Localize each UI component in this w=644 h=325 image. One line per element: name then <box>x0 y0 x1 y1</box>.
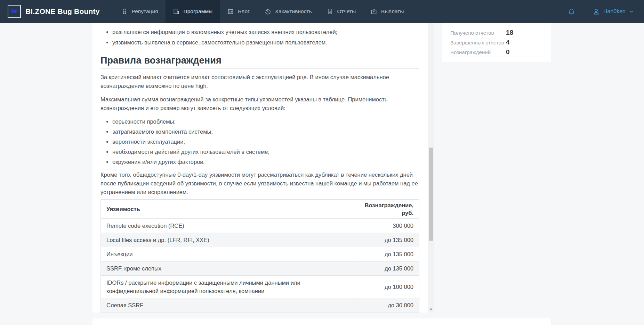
stat-reports-received: Получено отчетов 18 <box>450 28 543 38</box>
person-icon <box>592 8 600 16</box>
list-item: необходимости действий других пользовате… <box>112 148 419 156</box>
exclusions-list: разглашается информация о взломанных уче… <box>112 28 419 47</box>
stat-value: 0 <box>506 48 510 56</box>
table-row: Local files access и др. (LFR, RFI, XXE)… <box>101 233 419 247</box>
column-header-reward: Вознаграждение, руб. <box>354 200 419 219</box>
scroll-down-button[interactable]: ▼ <box>428 307 434 312</box>
list-item: окружения и/или других факторов. <box>112 158 419 166</box>
nav-item-blog[interactable]: Блог <box>220 0 257 23</box>
briefcase-icon <box>370 8 377 15</box>
nav-item-hacktivity[interactable]: Хакактивность <box>257 0 319 23</box>
notifications-button[interactable] <box>559 8 584 16</box>
table-row: SSRF, кроме слепых до 135 000 <box>101 261 419 276</box>
vulnerability-cell: Инъекции <box>101 247 354 261</box>
table-row: Слепая SSRF до 30 000 <box>101 298 419 312</box>
section-title: Правила вознаграждения <box>100 55 419 66</box>
program-stats-panel: Получено отчетов 18 Завершенных отчетов … <box>442 23 551 62</box>
page: BI.ZONE Bug Bounty Репутация <box>0 0 644 325</box>
list-item: вероятности эксплуатации; <box>112 138 419 146</box>
nav-item-label: Репутация <box>132 8 158 15</box>
nav-right: Han0ken <box>559 0 644 23</box>
reward-cell: до 30 000 <box>354 298 419 312</box>
stat-value: 4 <box>506 39 510 46</box>
paragraph-critical-impact: За критический импакт считается импакт с… <box>100 73 419 90</box>
brand-title: BI.ZONE Bug Bounty <box>25 7 100 16</box>
list-item: разглашается информация о взломанных уче… <box>112 28 419 36</box>
program-description-panel: разглашается информация о взломанных уче… <box>92 23 434 312</box>
vulnerability-cell: IDORs / раскрытие информации с защищенны… <box>101 276 354 298</box>
vulnerability-cell: SSRF, кроме слепых <box>101 261 354 276</box>
nav-item-label: Отчеты <box>337 8 356 15</box>
stat-label: Вознаграждений <box>450 49 491 55</box>
table-row: Инъекции до 135 000 <box>101 247 419 261</box>
reward-cell: до 135 000 <box>354 233 419 247</box>
main-nav: Репутация Программы <box>114 0 411 23</box>
nav-item-label: Блог <box>238 8 250 15</box>
paragraph-max-reward: Максимальная сумма вознаграждений за кон… <box>100 95 419 112</box>
column-header-vulnerability: Уязвимость <box>101 200 354 219</box>
top-navbar: BI.ZONE Bug Bounty Репутация <box>0 0 644 23</box>
news-icon <box>227 8 234 15</box>
next-section-card <box>92 318 551 325</box>
history-icon <box>264 8 271 15</box>
stat-reports-completed: Завершенных отчетов 4 <box>450 38 543 47</box>
rewards-table: Уязвимость Вознаграждение, руб. Remote c… <box>100 199 419 312</box>
vulnerability-cell: Local files access и др. (LFR, RFI, XXE) <box>101 233 354 247</box>
bug-icon <box>10 8 18 15</box>
chevron-down-icon <box>629 9 634 14</box>
section-divider <box>100 68 419 69</box>
vulnerability-cell: Remote code execution (RCE) <box>101 219 354 233</box>
table-row: Remote code execution (RCE) 300 000 <box>101 219 419 233</box>
stat-rewards: Вознаграждений 0 <box>450 47 543 57</box>
reward-cell: до 100 000 <box>354 276 419 298</box>
nav-item-reputation[interactable]: Репутация <box>114 0 166 23</box>
table-row: IDORs / раскрытие информации с защищенны… <box>101 276 419 298</box>
nav-item-label: Программы <box>184 8 213 15</box>
stat-label: Завершенных отчетов <box>450 40 504 45</box>
nav-item-payments[interactable]: Выплаты <box>363 0 411 23</box>
username: Han0ken <box>603 8 626 15</box>
vulnerability-cell: Слепая SSRF <box>101 298 354 312</box>
stat-value: 18 <box>506 29 513 36</box>
stat-label: Получено отчетов <box>450 30 494 36</box>
description-scrollbar[interactable]: ▼ <box>428 23 434 312</box>
bell-icon <box>567 8 575 16</box>
paragraph-zero-day: Кроме того, общедоступные 0-day/1-day уя… <box>100 170 419 197</box>
scrollbar-thumb[interactable] <box>429 148 433 241</box>
list-item: уязвимость выявлена в сервисе, самостоят… <box>112 38 419 47</box>
reward-cell: 300 000 <box>354 219 419 233</box>
nav-item-label: Хакактивность <box>275 8 312 15</box>
list-item: серьезности проблемы; <box>112 117 419 126</box>
reward-cell: до 135 000 <box>354 247 419 261</box>
building-icon <box>173 8 180 15</box>
table-header-row: Уязвимость Вознаграждение, руб. <box>101 200 419 219</box>
nav-item-label: Выплаты <box>381 8 404 15</box>
conditions-list: серьезности проблемы; затрагиваемого ком… <box>112 117 419 166</box>
nav-item-reports[interactable]: Отчеты <box>319 0 363 23</box>
bizone-logo <box>8 5 21 18</box>
medal-icon <box>121 8 128 15</box>
list-item: затрагиваемого компонента системы; <box>112 127 419 136</box>
nav-item-programs[interactable]: Программы <box>166 0 220 23</box>
user-menu[interactable]: Han0ken <box>584 8 638 16</box>
report-icon <box>327 8 333 15</box>
table-row-partial <box>101 312 419 313</box>
reward-cell: до 135 000 <box>354 261 419 276</box>
brand[interactable]: BI.ZONE Bug Bounty <box>0 0 100 23</box>
